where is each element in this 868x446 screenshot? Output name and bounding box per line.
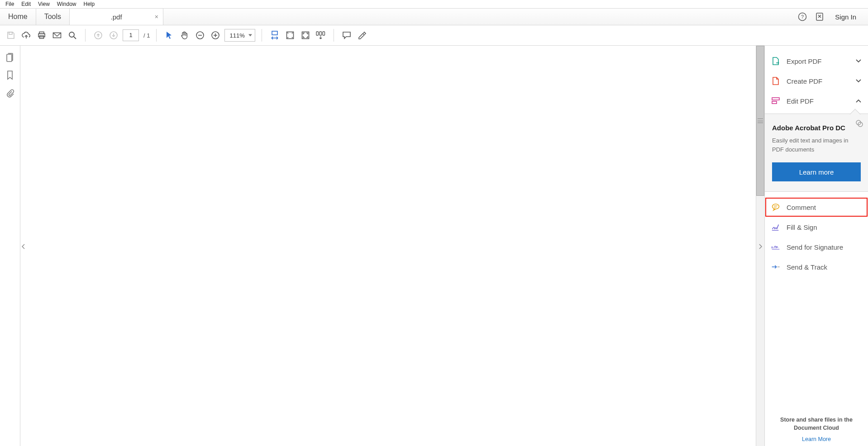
tabsbar-spacer: [163, 9, 798, 25]
toolbar-separator: [262, 29, 262, 42]
fit-page-icon[interactable]: [284, 29, 296, 42]
svg-point-10: [69, 32, 74, 37]
svg-rect-5: [9, 32, 12, 34]
send-signature-icon: x: [771, 242, 780, 251]
toolbar: 1 / 1 111%: [0, 25, 868, 46]
tool-list: Export PDF Create PDF Edit PDF: [765, 46, 868, 111]
tab-document[interactable]: .pdf ×: [70, 9, 163, 25]
read-mode-icon[interactable]: [315, 29, 327, 42]
tool-label: Export PDF: [787, 57, 822, 65]
promo-corner-icon[interactable]: [855, 119, 863, 128]
chevron-up-icon: [855, 99, 862, 103]
create-pdf-icon: [771, 76, 780, 85]
edit-pdf-promo: Adobe Acrobat Pro DC Easily edit text an…: [765, 114, 868, 192]
tab-home-label: Home: [8, 13, 28, 21]
cloud-promo: Store and share files in the Document Cl…: [765, 416, 868, 446]
promo-title: Adobe Acrobat Pro DC: [772, 124, 861, 132]
hand-tool-icon[interactable]: [178, 29, 191, 42]
document-viewport[interactable]: [20, 46, 764, 446]
scrollbar-thumb[interactable]: [756, 46, 764, 196]
toolbar-separator: [85, 29, 86, 42]
zoom-out-icon[interactable]: [194, 29, 206, 42]
svg-point-37: [779, 266, 780, 267]
svg-text:x: x: [771, 245, 773, 249]
svg-point-36: [777, 266, 778, 267]
tool-label: Edit PDF: [787, 97, 814, 105]
help-icon[interactable]: ?: [798, 12, 807, 21]
cloud-promo-text: Store and share files in the Document Cl…: [772, 416, 861, 433]
page-number-input[interactable]: 1: [123, 29, 139, 41]
tool-label: Send for Signature: [787, 243, 843, 251]
tool-send-track[interactable]: Send & Track: [765, 257, 868, 277]
tool-label: Fill & Sign: [787, 223, 817, 231]
highlight-tool-icon[interactable]: [356, 29, 368, 42]
zoom-in-icon[interactable]: [209, 29, 222, 42]
notifications-icon[interactable]: [815, 12, 824, 21]
main-area: Export PDF Create PDF Edit PDF: [0, 46, 868, 446]
sign-in-button[interactable]: Sign In: [832, 13, 859, 21]
search-icon[interactable]: [66, 29, 79, 42]
menu-window[interactable]: Window: [53, 1, 80, 7]
tool-create-pdf[interactable]: Create PDF: [765, 71, 868, 91]
email-icon[interactable]: [51, 29, 63, 42]
svg-rect-19: [272, 31, 277, 35]
chevron-down-icon: [855, 79, 862, 83]
attachment-icon[interactable]: [5, 88, 15, 98]
cloud-upload-icon[interactable]: [20, 29, 33, 42]
chevron-down-icon: [855, 59, 862, 63]
menu-edit[interactable]: Edit: [18, 1, 34, 7]
tabsbar-right: ? Sign In: [798, 9, 868, 25]
fullscreen-icon[interactable]: [299, 29, 312, 42]
menu-help[interactable]: Help: [80, 1, 99, 7]
tool-edit-pdf[interactable]: Edit PDF: [765, 91, 868, 111]
tool-fill-sign[interactable]: Fill & Sign: [765, 217, 868, 237]
page-down-icon[interactable]: [107, 29, 120, 42]
svg-text:?: ?: [801, 14, 804, 19]
promo-description: Easily edit text and images in PDF docum…: [772, 136, 854, 154]
cloud-learn-more-link[interactable]: Learn More: [802, 436, 831, 442]
learn-more-button[interactable]: Learn more: [772, 162, 861, 181]
zoom-level-dropdown[interactable]: 111%: [224, 29, 255, 42]
save-icon[interactable]: [5, 29, 17, 42]
toolbar-separator: [334, 29, 334, 42]
tool-label: Send & Track: [787, 263, 827, 271]
menu-view[interactable]: View: [34, 1, 53, 7]
svg-rect-24: [323, 32, 325, 35]
tab-tools[interactable]: Tools: [36, 9, 70, 25]
selection-tool-icon[interactable]: [163, 29, 176, 42]
bookmark-icon[interactable]: [5, 70, 15, 80]
svg-line-11: [74, 37, 76, 39]
svg-rect-22: [316, 32, 319, 35]
tool-export-pdf[interactable]: Export PDF: [765, 51, 868, 71]
close-tab-icon[interactable]: ×: [155, 13, 158, 20]
comment-tool-icon[interactable]: [340, 29, 353, 42]
edit-pdf-icon: [771, 96, 780, 105]
page-total-label: / 1: [143, 32, 150, 39]
tool-comment[interactable]: Comment: [765, 197, 868, 217]
menu-bar: File Edit View Window Help: [0, 0, 868, 8]
tool-list-lower: Comment Fill & Sign x Send for Signature…: [765, 192, 868, 277]
tab-document-label: .pdf: [111, 13, 122, 21]
toolbar-separator: [156, 29, 157, 42]
menu-file[interactable]: File: [2, 1, 18, 7]
svg-point-29: [773, 204, 779, 209]
right-tools-panel: Export PDF Create PDF Edit PDF: [764, 46, 868, 446]
fill-sign-icon: [771, 223, 780, 232]
svg-rect-23: [320, 32, 322, 35]
print-icon[interactable]: [35, 29, 48, 42]
right-panel-toggle-icon[interactable]: [756, 237, 764, 256]
page-up-icon[interactable]: [92, 29, 105, 42]
thumbnails-icon[interactable]: [5, 52, 15, 62]
tab-home[interactable]: Home: [0, 9, 36, 25]
tab-tools-label: Tools: [44, 13, 61, 21]
export-pdf-icon: [771, 57, 780, 66]
zoom-level-label: 111%: [229, 32, 244, 39]
fit-width-icon[interactable]: [268, 29, 281, 42]
send-track-icon: [771, 262, 780, 271]
tabs-bar: Home Tools .pdf × ? Sign In: [0, 8, 868, 25]
tool-send-signature[interactable]: x Send for Signature: [765, 237, 868, 257]
left-nav-rail: [0, 46, 20, 446]
comment-icon: [771, 203, 780, 212]
left-rail-toggle-icon[interactable]: [20, 237, 27, 256]
tool-label: Comment: [787, 204, 816, 211]
